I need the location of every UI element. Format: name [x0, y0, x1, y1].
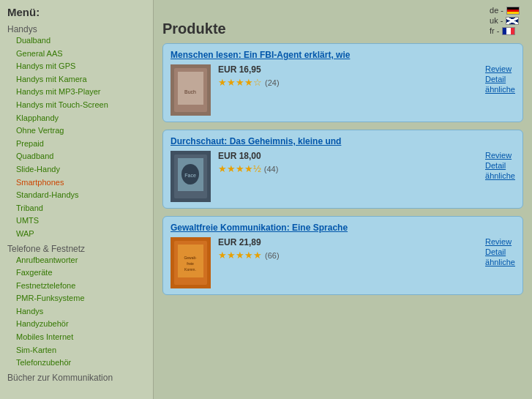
review-count-3: (66) — [265, 251, 280, 260]
similar-link-1[interactable]: ähnliche — [485, 85, 515, 94]
sidebar-item-sim-karten[interactable]: Sim-Karten — [16, 344, 146, 357]
sidebar-category-handys[interactable]: Handys — [7, 24, 146, 34]
sidebar-item-handyzubehoer[interactable]: Handyzubehör — [16, 318, 146, 331]
product-actions-3: Review Detail ähnliche — [485, 237, 515, 288]
stars-icon-1: ★★★★☆ — [218, 77, 262, 88]
lang-uk[interactable]: uk - — [490, 16, 519, 25]
sidebar-item-handys-kamera[interactable]: Handys mit Kamera — [16, 73, 146, 86]
sidebar-item-umts[interactable]: UMTS — [16, 215, 146, 228]
sidebar-item-smartphones[interactable]: Smartphones — [16, 176, 146, 190]
product-image-1: Buch — [171, 64, 211, 116]
sidebar-item-handys-gps[interactable]: Handys mit GPS — [16, 60, 146, 73]
sidebar-item-telefonzubehoer[interactable]: Telefonzubehör — [16, 357, 146, 370]
product-title-2[interactable]: Durchschaut: Das Geheimnis, kleine und — [171, 136, 515, 146]
product-title-1[interactable]: Menschen lesen: Ein FBI-Agent erklärt, w… — [171, 50, 515, 60]
detail-link-1[interactable]: Detail — [485, 75, 515, 83]
stars-icon-3: ★★★★★ — [218, 250, 262, 261]
svg-text:freie: freie — [187, 261, 194, 266]
sidebar-item-dualband[interactable]: Dualband — [16, 34, 146, 48]
product-price-1: EUR 16,95 — [218, 64, 471, 75]
svg-text:Komm.: Komm. — [184, 267, 196, 272]
detail-link-3[interactable]: Detail — [485, 247, 515, 256]
stars-icon-2: ★★★★½ — [218, 163, 261, 174]
sidebar-item-mobiles-internet[interactable]: Mobiles Internet — [16, 331, 146, 344]
review-count-1: (24) — [265, 78, 280, 87]
sidebar-item-handys2[interactable]: Handys — [16, 305, 146, 318]
product-image-3: Gewalt- freie Komm. — [171, 237, 211, 288]
review-link-3[interactable]: Review — [485, 237, 515, 246]
svg-text:Gewalt-: Gewalt- — [184, 256, 197, 260]
product-card-2: Durchschaut: Das Geheimnis, kleine und F… — [162, 130, 523, 209]
product-info-2: EUR 18,00 ★★★★½ (44) — [218, 151, 471, 202]
similar-link-3[interactable]: ähnliche — [485, 258, 515, 266]
sidebar-category-buecher[interactable]: Bücher zur Kommunikation — [7, 373, 146, 383]
product-price-2: EUR 18,00 — [218, 151, 471, 161]
sidebar-item-pmr[interactable]: PMR-Funksysteme — [16, 292, 146, 305]
svg-text:Buch: Buch — [184, 89, 196, 94]
sidebar-item-faxgeraete[interactable]: Faxgeräte — [16, 266, 146, 280]
sidebar-item-wap[interactable]: WAP — [16, 228, 146, 241]
product-rating-2: ★★★★½ (44) — [218, 163, 471, 174]
sidebar: Menü: Handys Dualband General AAS Handys… — [0, 0, 154, 399]
svg-text:Face: Face — [184, 173, 196, 178]
product-actions-2: Review Detail ähnliche — [485, 151, 515, 202]
page-title: Produkte — [162, 20, 226, 37]
main-content: Produkte de - uk - fr - Menschen lesen: … — [154, 0, 532, 399]
sidebar-item-slide-handy[interactable]: Slide-Handy — [16, 163, 146, 176]
sidebar-item-standard-handys[interactable]: Standard-Handys — [16, 189, 146, 202]
product-actions-1: Review Detail ähnliche — [485, 64, 515, 116]
sidebar-item-quadband[interactable]: Quadband — [16, 150, 146, 163]
review-link-1[interactable]: Review — [485, 64, 515, 73]
flag-de-icon — [506, 7, 520, 15]
sidebar-title: Menü: — [7, 6, 146, 18]
sidebar-item-handys-touch[interactable]: Handys mit Touch-Screen — [16, 99, 146, 112]
svg-rect-2 — [178, 72, 203, 105]
flag-uk-icon — [506, 17, 519, 25]
sidebar-item-festnetztelefone[interactable]: Festnetztelefone — [16, 280, 146, 293]
sidebar-item-klapphandy[interactable]: Klapphandy — [16, 112, 146, 125]
product-rating-1: ★★★★☆ (24) — [218, 77, 471, 88]
lang-fr[interactable]: fr - — [490, 26, 515, 35]
product-rating-3: ★★★★★ (66) — [218, 250, 471, 261]
product-info-1: EUR 16,95 ★★★★☆ (24) — [218, 64, 471, 116]
sidebar-item-general-aas[interactable]: General AAS — [16, 48, 146, 61]
product-price-3: EUR 21,89 — [218, 237, 471, 247]
product-info-3: EUR 21,89 ★★★★★ (66) — [218, 237, 471, 288]
sidebar-item-prepaid[interactable]: Prepaid — [16, 138, 146, 151]
language-bar: de - uk - fr - — [490, 6, 520, 35]
sidebar-category-telefone[interactable]: Telefone & Festnetz — [7, 244, 146, 254]
product-card-1: Menschen lesen: Ein FBI-Agent erklärt, w… — [162, 43, 523, 122]
product-title-3[interactable]: Gewaltfreie Kommunikation: Eine Sprache — [171, 223, 515, 233]
review-link-2[interactable]: Review — [485, 151, 515, 160]
sidebar-item-ohne-vertrag[interactable]: Ohne Vertrag — [16, 124, 146, 138]
product-card-3: Gewaltfreie Kommunikation: Eine Sprache … — [162, 216, 523, 295]
detail-link-2[interactable]: Detail — [485, 161, 515, 170]
sidebar-item-anrufbeantworter[interactable]: Anrufbeantworter — [16, 254, 146, 267]
lang-de[interactable]: de - — [490, 6, 520, 15]
product-image-2: Face — [171, 151, 211, 202]
sidebar-item-handys-mp3[interactable]: Handys mit MP3-Player — [16, 86, 146, 99]
flag-fr-icon — [502, 27, 515, 35]
review-count-2: (44) — [264, 165, 279, 174]
similar-link-2[interactable]: ähnliche — [485, 171, 515, 180]
sidebar-item-triband[interactable]: Triband — [16, 202, 146, 215]
